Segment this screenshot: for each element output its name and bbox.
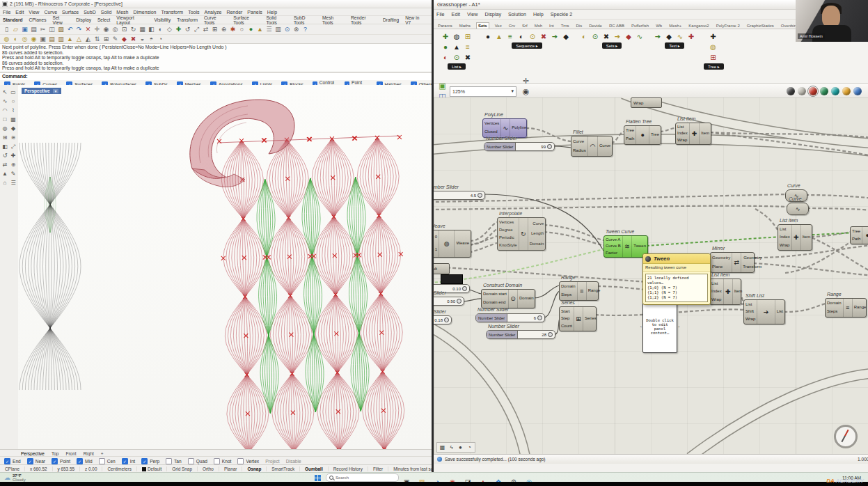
preview-off-icon[interactable] [787, 87, 795, 95]
rhino-menu-tools[interactable]: Tools [188, 10, 199, 15]
input-geometry[interactable]: Geometry [712, 256, 730, 261]
new-file-icon[interactable]: ▯ [2, 25, 11, 33]
extrude-icon[interactable]: ▲ [1, 169, 9, 178]
gh-node-range[interactable]: RangeDomainSteps≡Range [559, 281, 599, 301]
zoom-extents-icon[interactable]: ⊡ [120, 25, 129, 33]
rhino-menu-file[interactable]: File [3, 10, 10, 15]
tree-tool-icon[interactable]: ✚ [707, 31, 718, 42]
swap-icon[interactable]: ⇅ [93, 35, 102, 43]
paste-icon[interactable]: ▨ [56, 25, 65, 33]
status-smarttrack[interactable]: SmartTrack [267, 467, 300, 471]
rhino-tab-drafting[interactable]: Drafting [383, 17, 399, 22]
gh-menu-speckle-2[interactable]: Speckle 2 [551, 11, 573, 17]
tree-tool-icon[interactable]: ◍ [707, 42, 718, 52]
osnap-quad[interactable]: Quad [188, 458, 207, 464]
output-series[interactable]: Series [585, 316, 597, 322]
gh-node-partial-wrap[interactable]: Wrap [631, 97, 662, 108]
gumball-icon[interactable]: ⊙ [283, 25, 292, 33]
rhino-menu-transform[interactable]: Transform [161, 10, 184, 15]
input-step[interactable]: Step [561, 316, 572, 322]
input-steps[interactable]: Steps [827, 309, 842, 315]
ribbon-pill-tree[interactable]: Tree ▸ [704, 63, 724, 70]
rhino-menu-mesh[interactable]: Mesh [116, 10, 128, 15]
preview-blue-icon[interactable] [853, 87, 862, 95]
rotate-tool-icon[interactable]: ↺ [1, 151, 9, 160]
rhino-tab-solid-tools[interactable]: Solid Tools [266, 15, 287, 25]
display-mode-icon[interactable]: ◧ [147, 25, 156, 33]
sequence-tool-icon[interactable]: ◐ [516, 31, 527, 42]
osnap-tan[interactable]: Tan [166, 458, 182, 464]
input-wrap[interactable]: Wrap [780, 243, 790, 249]
open-icon[interactable]: ▱ [11, 25, 20, 33]
input-start[interactable]: Start [561, 309, 572, 315]
delete-icon[interactable]: ✕ [84, 25, 93, 33]
gh-tab-trns[interactable]: Trns [560, 23, 571, 29]
ribbon-pill-sequence[interactable]: Sequence ▸ [512, 42, 542, 49]
input-list[interactable]: List [780, 227, 790, 233]
windows-start-button[interactable] [315, 475, 321, 481]
gh-menu-solution[interactable]: Solution [508, 11, 526, 17]
rhino-tab-select[interactable]: Select [97, 17, 110, 22]
osnap-icon[interactable]: ⊗ [292, 25, 301, 33]
ribbon-pill-list[interactable]: List ▸ [448, 63, 466, 70]
rhino-tab-render-tools[interactable]: Render Tools [351, 15, 377, 25]
sets-tool-icon[interactable]: ◆ [623, 31, 634, 42]
gh-node-tween-curve[interactable]: Tween CurveCurve ACurve BFactor≋Tween [603, 235, 648, 258]
ink-ball-icon[interactable]: ● [456, 444, 465, 451]
input-in-1[interactable]: In 1 [434, 247, 437, 253]
gh-tab-rc-abb[interactable]: RC ABB [608, 23, 626, 29]
rhino-tab-visibility[interactable]: Visibility [155, 17, 171, 22]
slider-knob[interactable] [537, 315, 542, 320]
mirror-tool-icon[interactable]: ⇄ [1, 160, 9, 169]
gh-node-weave[interactable]: WeaveIn 0In 1◍Weave [434, 230, 471, 258]
filter1-icon[interactable]: ◒ [138, 35, 147, 43]
bulb-half-icon[interactable]: ◐ [11, 35, 20, 43]
osnap-int[interactable]: ✓Int [122, 458, 135, 464]
gh-node-polyline[interactable]: PolyLineVerticesClosed∿Polyline [482, 118, 527, 138]
input-wrap[interactable]: Wrap [711, 297, 722, 303]
slider-knob[interactable] [547, 144, 552, 149]
gh-tab-int[interactable]: Int [548, 23, 555, 29]
gh-text-panel[interactable]: Double clickto editpanelcontent…‹› [642, 299, 677, 353]
viewport-dropdown-icon[interactable]: ▼ [53, 89, 59, 93]
preview-disabled-icon[interactable] [798, 87, 806, 95]
input-wrap[interactable]: Wrap [745, 317, 755, 322]
list-tool-icon[interactable]: ≡ [462, 42, 473, 52]
output-range[interactable]: Range [854, 305, 867, 311]
gh-number-slider[interactable]: Number Slider0.18 [434, 315, 452, 324]
gh-tab-devide[interactable]: Devide [587, 23, 603, 29]
output-item[interactable]: Item [701, 131, 709, 136]
preview-green-icon[interactable] [820, 87, 828, 95]
sequence-tool-icon[interactable]: ✖ [538, 31, 549, 42]
input-domain[interactable]: Domain [561, 284, 576, 290]
canvas-zoom-select[interactable]: 125% ▾ [450, 86, 516, 97]
input-tree[interactable]: Tree [626, 128, 634, 134]
cut-icon[interactable]: ✂ [38, 25, 47, 33]
rhino-menu-dimension[interactable]: Dimension [133, 10, 156, 15]
gh-node-interpolate[interactable]: InterpolateVerticesDegreePeriodicKnotSty… [497, 217, 546, 251]
viewport-tab-front[interactable]: Front [65, 451, 76, 456]
boolean-icon[interactable]: ⊕ [9, 160, 17, 169]
gh-tab-dis[interactable]: Dis [575, 23, 584, 29]
list-tool-icon[interactable]: ● [440, 42, 451, 52]
wireframe-icon[interactable]: ◇ [165, 25, 174, 33]
layer-state-icon[interactable]: ▣ [38, 35, 47, 43]
input-list[interactable]: List [745, 302, 755, 308]
mesh-box-icon[interactable]: ▦ [9, 115, 17, 124]
input-periodic[interactable]: Periodic [499, 235, 517, 241]
sequence-tool-icon[interactable]: ▲ [494, 31, 505, 42]
gh-menu-edit[interactable]: Edit [452, 11, 460, 17]
osnap-perp[interactable]: ✓Perp [141, 458, 159, 464]
rhino-tab-set-view[interactable]: Set View [53, 15, 70, 25]
zoom-window-icon[interactable]: ◎ [111, 25, 120, 33]
gh-menu-display[interactable]: Display [484, 11, 501, 17]
input-tree[interactable]: Tree [852, 229, 860, 235]
bulb-on-icon[interactable]: ◍ [2, 35, 11, 43]
solid-icon[interactable]: ◆ [9, 124, 17, 133]
open-definition-icon[interactable]: ▣ [437, 81, 448, 91]
list-tool-icon[interactable]: ✚ [440, 31, 451, 42]
select-brush-icon[interactable]: ✎ [111, 35, 120, 43]
gh-tab-crv[interactable]: Crv [507, 23, 516, 29]
gh-tab-sets[interactable]: Sets [476, 22, 489, 29]
gh-tab-polyframe-2[interactable]: PolyFrame 2 [715, 23, 741, 29]
